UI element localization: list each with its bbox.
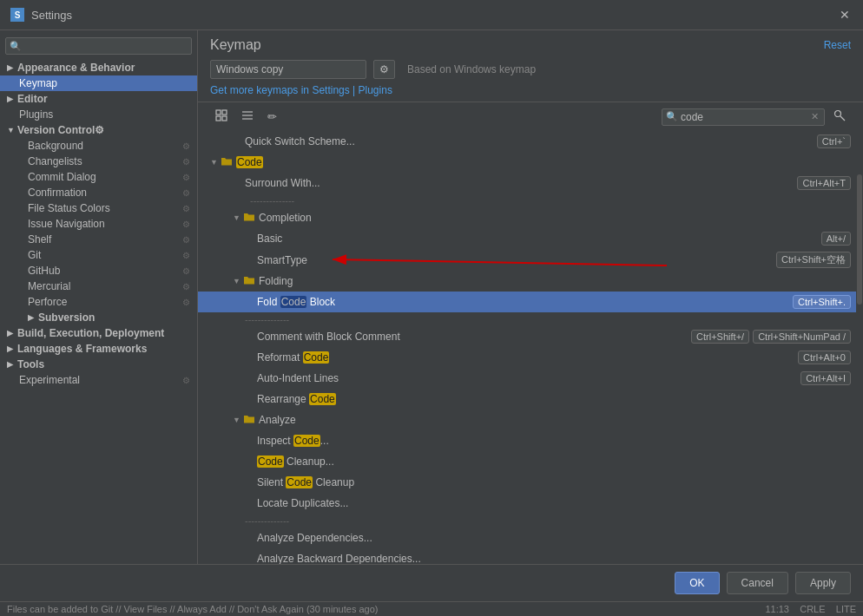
shortcut-badge: Ctrl+Shift+空格 [776,252,851,268]
panel-header: Keymap Reset [198,30,863,56]
arrow-icon: ▶ [7,344,17,353]
settings-gear-icon: ⚙ [182,141,190,151]
keymap-row-quick-switch[interactable]: Quick Switch Scheme... Ctrl+` [198,131,863,152]
item-label: Reformat Code [257,351,794,364]
keymap-row-completion-folder[interactable]: ▼ Completion [198,207,863,228]
separator-row: -------------- [198,312,863,326]
keymap-gear-button[interactable]: ⚙ [373,60,395,79]
keymap-row-silent-code-cleanup[interactable]: Silent Code Cleanup [198,472,863,493]
arrow-icon: ▶ [7,360,17,369]
find-action-button[interactable] [828,106,851,128]
sidebar-search-box[interactable]: 🔍 [5,37,192,55]
sidebar-item-git[interactable]: Git ⚙ [21,247,197,263]
get-more-keymaps-link[interactable]: Get more keymaps in Settings | Plugins [210,84,392,96]
sidebar-item-tools[interactable]: ▶ Tools [0,357,197,372]
title-bar: S Settings ✕ [0,0,863,30]
sidebar-item-file-status-colors[interactable]: File Status Colors ⚙ [21,200,197,216]
keymap-search-input[interactable] [681,111,811,123]
reset-link[interactable]: Reset [824,39,851,51]
keymap-row-analyze-deps[interactable]: Analyze Dependencies... [198,528,863,548]
code-highlight: Code [309,393,336,405]
item-label: Completion [259,212,851,224]
sidebar-item-editor[interactable]: ▶ Editor [0,91,197,107]
keymap-row-rearrange-code[interactable]: Rearrange Code [198,389,863,410]
keymap-search-icon: 🔍 [666,111,678,122]
sidebar-item-label: Issue Navigation [28,218,179,230]
sidebar-item-label: Changelists [28,155,179,167]
sidebar-item-subversion[interactable]: ▶ Subversion [21,310,197,325]
shortcut-badge: Ctrl+Shift+/ [691,330,749,344]
expand-all-button[interactable] [210,106,233,128]
scrollbar-thumb[interactable] [857,174,862,305]
settings-gear-icon: ⚙ [182,266,190,276]
keymap-row-code-cleanup[interactable]: Code Cleanup... [198,451,863,472]
scrollbar[interactable] [856,131,863,564]
bottom-bar: OK Cancel Apply [0,564,863,601]
settings-gear-icon: ⚙ [182,204,190,213]
sidebar-item-languages[interactable]: ▶ Languages & Frameworks [0,341,197,357]
sidebar-item-changelists[interactable]: Changelists ⚙ [21,154,197,169]
keymap-row-locate-duplicates[interactable]: Locate Duplicates... [198,493,863,514]
keymap-list: Quick Switch Scheme... Ctrl+` ▼ Code [198,131,863,564]
sidebar-search-input[interactable] [24,40,188,52]
keymap-search-box[interactable]: 🔍 ✕ [662,108,825,126]
sidebar-item-label: Perforce [28,296,179,308]
sidebar-item-plugins[interactable]: Plugins [0,107,197,122]
collapse-all-button[interactable] [236,106,259,128]
keymap-row-basic[interactable]: Basic Alt+/ [198,228,863,249]
arrow-icon: ▶ [7,329,17,337]
sidebar-item-perforce[interactable]: Perforce ⚙ [21,294,197,310]
main-content: 🔍 ▶ Appearance & Behavior Keymap ▶ Edito… [0,30,863,564]
sidebar-item-appearance[interactable]: ▶ Appearance & Behavior [0,60,197,75]
shortcut-badge: Ctrl+Shift+. [793,295,851,309]
keymap-row-fold-code-block[interactable]: Fold Code Block Ctrl+Shift+. [198,292,863,312]
keymap-row-smarttype[interactable]: SmartType Ctrl+Shift+空格 [198,249,863,271]
keymap-row-reformat-code[interactable]: Reformat Code Ctrl+Alt+0 [198,347,863,368]
close-button[interactable]: ✕ [837,7,853,23]
sidebar-item-experimental[interactable]: Experimental ⚙ [0,372,197,388]
status-bar-position: 11:13 CRLE LITE [765,604,856,614]
sidebar-item-commit-dialog[interactable]: Commit Dialog ⚙ [21,169,197,185]
svg-rect-2 [216,116,221,121]
keymap-row-surround[interactable]: Surround With... Ctrl+Alt+T [198,173,863,193]
item-label: Surround With... [245,177,794,189]
settings-gear-icon: ⚙ [182,298,190,307]
keymap-row-code-folder[interactable]: ▼ Code [198,152,863,173]
item-label: Rearrange Code [257,393,851,405]
sidebar-item-label: Tools [17,358,44,370]
sidebar-item-label: Mercurial [28,280,179,292]
apply-button[interactable]: Apply [795,572,851,594]
sidebar-item-shelf[interactable]: Shelf ⚙ [21,232,197,247]
keymap-row-analyze-backward[interactable]: Analyze Backward Dependencies... [198,548,863,564]
sidebar-item-mercurial[interactable]: Mercurial ⚙ [21,279,197,294]
sidebar-item-label: Languages & Frameworks [17,343,147,355]
sidebar-item-keymap[interactable]: Keymap [0,75,197,91]
keymap-row-inspect-code[interactable]: Inspect Code... [198,430,863,451]
cancel-button[interactable]: Cancel [727,572,788,594]
edit-shortcut-button[interactable]: ✏ [262,107,282,127]
settings-gear-icon: ⚙ [182,220,190,229]
arrow-icon [7,79,16,88]
code-highlight-blue: Code [280,296,307,308]
sidebar-item-label: Appearance & Behavior [17,62,135,74]
item-label: Quick Switch Scheme... [245,135,814,147]
sidebar-item-version-control[interactable]: ▼ Version Control ⚙ [0,122,197,138]
keymap-row-comment-block[interactable]: Comment with Block Comment Ctrl+Shift+/ … [198,326,863,347]
sidebar-item-background[interactable]: Background ⚙ [21,138,197,154]
settings-gear-icon: ⚙ [182,157,190,167]
clear-search-button[interactable]: ✕ [811,111,819,122]
sidebar-item-github[interactable]: GitHub ⚙ [21,263,197,279]
keymap-row-analyze-folder[interactable]: ▼ Analyze [198,410,863,430]
code-highlight: Code [293,435,320,447]
item-label: Analyze [259,414,851,426]
keymap-scheme-select[interactable]: Windows copy [210,60,366,79]
sidebar-item-issue-navigation[interactable]: Issue Navigation ⚙ [21,216,197,232]
settings-gear-icon: ⚙ [182,282,190,292]
ok-button[interactable]: OK [675,572,719,594]
code-highlight: Code [257,455,284,468]
sidebar-item-build[interactable]: ▶ Build, Execution, Deployment [0,325,197,341]
keymap-row-folding-folder[interactable]: ▼ Folding [198,271,863,292]
keymap-row-auto-indent[interactable]: Auto-Indent Lines Ctrl+Alt+I [198,368,863,389]
sidebar-item-label: Keymap [19,77,190,89]
sidebar-item-confirmation[interactable]: Confirmation ⚙ [21,185,197,200]
